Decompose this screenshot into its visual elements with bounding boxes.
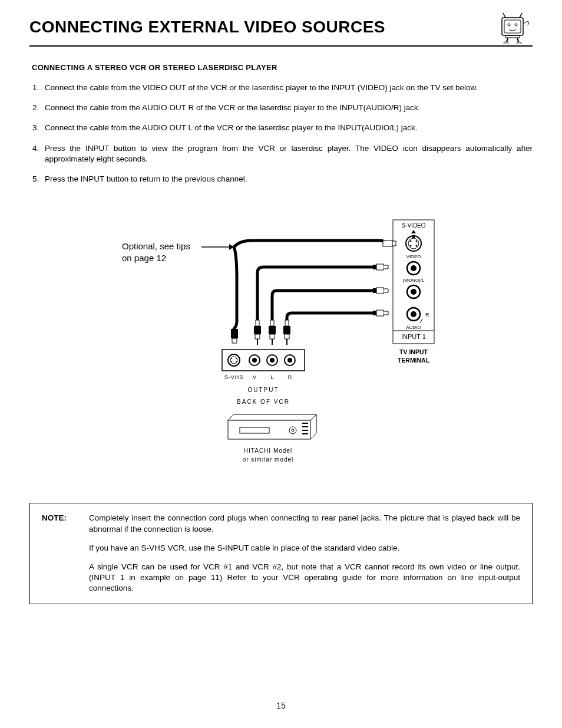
label-tv-terminal: TV INPUT xyxy=(399,348,428,355)
svg-point-3 xyxy=(515,24,517,26)
svg-rect-34 xyxy=(376,264,384,270)
svg-rect-42 xyxy=(255,334,260,339)
label-r: R xyxy=(425,312,429,318)
instruction-list: Connect the cable from the VIDEO OUT of … xyxy=(41,83,533,185)
note-paragraph: Completely insert the connection cord pl… xyxy=(89,513,520,534)
label-video: VIDEO xyxy=(406,254,421,259)
label-svhs: S-VHS xyxy=(224,374,244,380)
label-back-vcr: BACK OF VCR xyxy=(237,398,290,405)
svg-rect-48 xyxy=(283,326,290,334)
svg-rect-1 xyxy=(504,20,521,33)
svg-rect-36 xyxy=(376,288,384,294)
svg-point-2 xyxy=(508,24,510,26)
svg-point-10 xyxy=(517,42,521,44)
connection-diagram: Optional, see tips on page 12 S-VIDEO VI… xyxy=(116,208,446,479)
svg-point-17 xyxy=(410,241,412,242)
svg-point-19 xyxy=(410,245,412,247)
page-number: 15 xyxy=(0,701,562,710)
label-l: L xyxy=(270,374,273,380)
svg-rect-39 xyxy=(373,311,376,315)
svg-rect-40 xyxy=(254,326,261,334)
label-r: R xyxy=(288,374,292,380)
svg-rect-21 xyxy=(412,236,415,238)
svg-rect-41 xyxy=(256,320,259,326)
svg-point-57 xyxy=(231,361,232,363)
svg-rect-50 xyxy=(285,334,289,339)
step-item: Press the INPUT button to return to the … xyxy=(41,174,533,185)
svg-line-28 xyxy=(420,319,422,323)
section-heading: CONNECTING A STEREO VCR OR STEREO LASERD… xyxy=(32,63,533,72)
label-svideo: S-VIDEO xyxy=(401,222,425,229)
page-title: CONNECTING EXTERNAL VIDEO SOURCES xyxy=(29,18,497,37)
svg-point-23 xyxy=(411,265,416,271)
svg-rect-46 xyxy=(270,334,275,339)
step-item: Connect the cable from the AUDIO OUT R o… xyxy=(41,103,533,113)
svg-rect-49 xyxy=(285,320,289,326)
tv-robot-icon xyxy=(497,12,533,44)
svg-point-56 xyxy=(236,358,237,359)
svg-point-62 xyxy=(270,358,275,363)
svg-point-16 xyxy=(408,238,419,249)
label-output: OUTPUT xyxy=(247,387,279,393)
svg-point-18 xyxy=(416,241,418,242)
label-input1: INPUT 1 xyxy=(401,333,426,340)
svg-point-9 xyxy=(504,42,508,44)
svg-point-55 xyxy=(231,358,232,359)
svg-line-68 xyxy=(310,433,316,439)
svg-rect-45 xyxy=(270,320,274,326)
svg-line-5 xyxy=(520,13,522,18)
svg-point-25 xyxy=(411,289,416,295)
svg-rect-30 xyxy=(383,241,392,246)
svg-point-27 xyxy=(411,311,416,317)
label-audio: AUDIO xyxy=(406,325,421,330)
tip-text: Optional, see tips xyxy=(122,241,190,251)
svg-rect-38 xyxy=(376,310,384,316)
svg-rect-32 xyxy=(231,329,238,338)
svg-point-20 xyxy=(416,245,418,247)
step-item: Press the INPUT button to view the progr… xyxy=(41,143,533,164)
svg-point-60 xyxy=(252,358,257,363)
label-model: or similar model xyxy=(243,456,294,463)
note-paragraph: A single VCR can be used for VCR #1 and … xyxy=(89,562,520,594)
vcr-device-icon xyxy=(228,414,316,439)
note-label: NOTE: xyxy=(42,513,89,594)
svg-rect-31 xyxy=(392,241,396,246)
svg-rect-37 xyxy=(373,288,376,293)
step-item: Connect the cable from the VIDEO OUT of … xyxy=(41,83,533,93)
svg-rect-35 xyxy=(373,265,376,269)
svg-marker-65 xyxy=(228,414,316,420)
tip-text: on page 12 xyxy=(122,253,166,263)
svg-point-53 xyxy=(228,354,240,366)
note-box: NOTE: Completely insert the connection c… xyxy=(29,503,533,604)
label-mono-l: (MONO)/L xyxy=(403,278,425,283)
label-model: HITACHI Model xyxy=(244,447,292,454)
svg-line-4 xyxy=(503,13,505,18)
svg-point-64 xyxy=(287,358,292,363)
svg-marker-14 xyxy=(411,230,416,233)
label-tv-terminal: TERMINAL xyxy=(398,357,430,364)
svg-rect-33 xyxy=(232,338,237,343)
step-item: Connect the cable from the AUDIO OUT L o… xyxy=(41,123,533,133)
svg-rect-44 xyxy=(269,326,276,334)
label-v: V xyxy=(253,374,256,380)
svg-point-54 xyxy=(230,357,237,364)
note-paragraph: If you have an S-VHS VCR, use the S-INPU… xyxy=(89,543,520,554)
svg-point-58 xyxy=(236,361,237,363)
